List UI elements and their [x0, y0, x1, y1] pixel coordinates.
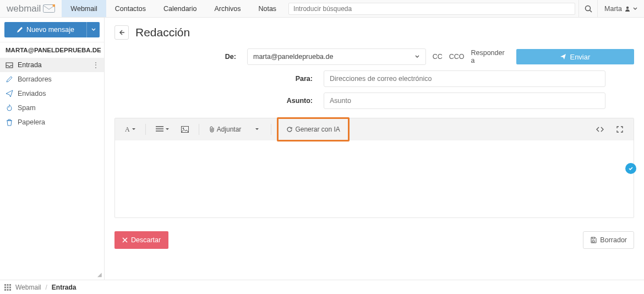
nav-tab-label: Calendario	[163, 5, 197, 13]
user-menu[interactable]: Marta	[597, 0, 644, 17]
breadcrumb-current: Entrada	[52, 284, 77, 291]
folder-label: Spam	[18, 104, 36, 112]
folder-sent[interactable]: Enviados	[0, 86, 104, 101]
magnifier-icon	[585, 5, 592, 13]
nav-tab-calendario[interactable]: Calendario	[155, 0, 205, 17]
compose-label: Nuevo mensaje	[26, 26, 74, 34]
code-icon	[596, 126, 604, 133]
folder-trash[interactable]: Papelera	[0, 115, 104, 129]
svg-rect-15	[4, 289, 6, 291]
font-button[interactable]: A	[121, 122, 140, 137]
code-view-button[interactable]	[592, 122, 608, 137]
paperclip-icon	[209, 126, 215, 133]
close-icon	[122, 237, 128, 243]
caret-down-icon	[255, 128, 259, 131]
folder-kebab-icon[interactable]: ⋮	[92, 62, 100, 68]
account-header: MARTA@PANELDEPRUEBA.DE	[0, 42, 104, 58]
compose-button[interactable]: Nuevo mensaje	[4, 22, 86, 37]
svg-rect-13	[7, 286, 9, 288]
folder-label: Borradores	[18, 75, 52, 83]
nav-tab-archivos[interactable]: Archivos	[206, 0, 250, 17]
folder-spam[interactable]: Spam	[0, 101, 104, 115]
separator	[145, 124, 146, 135]
to-input[interactable]	[324, 70, 605, 87]
svg-line-3	[590, 10, 592, 12]
plane-icon	[6, 90, 13, 97]
compose-dropdown[interactable]	[86, 22, 100, 37]
subject-input[interactable]	[324, 92, 605, 109]
caret-down-icon	[91, 28, 96, 32]
check-icon	[628, 166, 634, 171]
cco-toggle[interactable]: CCO	[449, 53, 465, 61]
from-label: De:	[114, 53, 247, 61]
caret-down-icon	[633, 7, 637, 11]
expand-icon	[616, 126, 623, 133]
to-label: Para:	[114, 75, 324, 83]
svg-rect-12	[4, 286, 6, 288]
fullscreen-button[interactable]	[612, 122, 628, 137]
folder-label: Enviados	[18, 90, 46, 97]
cc-toggle[interactable]: CC	[433, 53, 443, 61]
brand-name: webmail	[7, 3, 41, 14]
image-icon	[181, 126, 189, 133]
svg-rect-14	[9, 286, 11, 288]
svg-point-8	[182, 128, 184, 129]
send-button[interactable]: Enviar	[516, 49, 634, 64]
content: Redacción De: marta@paneldeprueba.de CC …	[105, 18, 644, 280]
svg-rect-11	[9, 284, 11, 286]
pencil-icon	[17, 26, 23, 33]
grid-icon[interactable]	[4, 284, 11, 291]
svg-rect-17	[9, 289, 11, 291]
resize-handle-icon[interactable]: ◢	[97, 271, 102, 277]
search-button[interactable]	[578, 0, 597, 17]
folder-label: Papelera	[18, 118, 45, 126]
main-nav: Webmail Contactos Calendario Archivos No…	[62, 0, 285, 17]
folder-drafts[interactable]: Borradores	[0, 72, 104, 86]
nav-tab-webmail[interactable]: Webmail	[62, 0, 106, 17]
list-icon	[156, 126, 163, 133]
attach-dropdown[interactable]	[249, 122, 265, 137]
breadcrumb-sep: /	[45, 284, 47, 291]
top-right: Marta	[578, 0, 644, 17]
inbox-icon	[6, 61, 13, 69]
search-input[interactable]	[288, 3, 575, 15]
reply-to-toggle[interactable]: Responder a	[471, 49, 509, 64]
image-button[interactable]	[177, 122, 193, 137]
attach-label: Adjuntar	[217, 126, 242, 133]
nav-tab-contactos[interactable]: Contactos	[106, 0, 155, 17]
from-value: marta@paneldeprueba.de	[253, 53, 333, 61]
nav-tab-notas[interactable]: Notas	[249, 0, 285, 17]
generate-ai-button[interactable]: Generar con IA	[277, 117, 349, 141]
envelope-icon	[43, 4, 55, 13]
breadcrumb-app[interactable]: Webmail	[15, 284, 41, 291]
page-title: Redacción	[135, 26, 190, 39]
separator	[199, 124, 199, 135]
svg-point-2	[585, 6, 590, 10]
discard-button[interactable]: Descartar	[114, 231, 168, 249]
user-icon	[624, 6, 631, 12]
ai-label: Generar con IA	[295, 126, 340, 133]
list-button[interactable]	[151, 122, 173, 137]
caret-down-icon	[132, 128, 135, 131]
svg-rect-10	[7, 284, 9, 286]
subject-label: Asunto:	[114, 97, 324, 105]
pencil-icon	[6, 75, 13, 83]
editor-body[interactable]	[115, 140, 634, 217]
separator	[271, 124, 271, 135]
plane-icon	[560, 53, 566, 60]
from-select[interactable]: marta@paneldeprueba.de	[247, 48, 426, 65]
svg-point-4	[626, 6, 629, 8]
breadcrumb-bar: Webmail / Entrada	[0, 280, 644, 294]
status-check-badge[interactable]	[625, 163, 636, 174]
nav-tab-label: Webmail	[70, 5, 97, 13]
arrow-left-icon	[118, 29, 125, 36]
save-icon	[590, 237, 597, 243]
back-button[interactable]	[114, 25, 129, 40]
user-name: Marta	[604, 5, 622, 13]
draft-button[interactable]: Borrador	[583, 231, 634, 249]
folder-label: Entrada	[18, 61, 42, 69]
discard-label: Descartar	[131, 236, 161, 244]
nav-tab-label: Archivos	[215, 5, 241, 13]
folder-inbox[interactable]: Entrada ⋮	[0, 58, 104, 72]
attach-button[interactable]: Adjuntar	[205, 122, 246, 137]
